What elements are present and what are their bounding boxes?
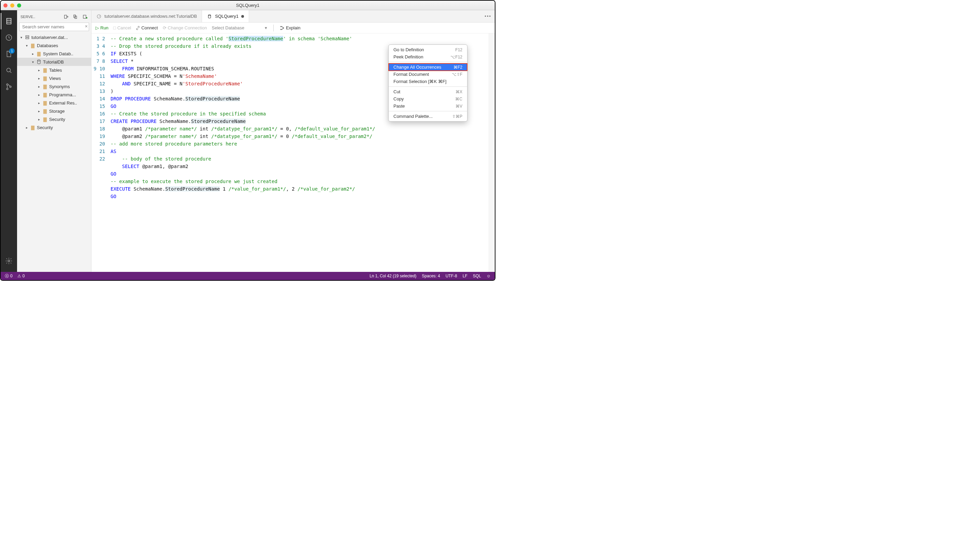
cm-format-selection[interactable]: Format Selection [⌘K ⌘F] — [389, 78, 467, 85]
svg-point-22 — [280, 26, 281, 27]
stop-icon: □ — [113, 25, 116, 30]
feedback-icon[interactable]: ☺ — [487, 274, 491, 278]
tab-sqlquery-label: SQLQuery1 — [215, 14, 239, 19]
cm-goto-definition[interactable]: Go to Definition F12 — [389, 46, 467, 53]
tree-storage[interactable]: ▸ ▇ Storage — [17, 107, 91, 115]
servers-icon[interactable] — [1, 13, 17, 29]
cm-cut[interactable]: Cut ⌘X — [389, 88, 467, 95]
chevron-right-icon: ▸ — [37, 101, 41, 105]
change-connection-label: Change Connection — [168, 25, 207, 30]
server-action-icon[interactable] — [81, 13, 89, 21]
cm-format-document[interactable]: Format Document ⌥⇧F — [389, 71, 467, 78]
tree-security-outer-label: Security — [37, 125, 53, 130]
cm-copy[interactable]: Copy ⌘C — [389, 95, 467, 102]
window-title: SQLQuery1 — [1, 3, 495, 8]
svg-point-9 — [8, 260, 10, 262]
history-icon[interactable] — [1, 29, 17, 46]
svg-rect-18 — [25, 38, 29, 39]
new-group-icon[interactable] — [72, 13, 80, 21]
error-icon: ⓧ — [5, 273, 9, 279]
editor-area: tutorialserver.database.windows.net:Tuto… — [91, 10, 495, 272]
folder-icon: ▇ — [42, 117, 48, 122]
tree-security-inner-label: Security — [49, 117, 65, 122]
minimap[interactable] — [488, 34, 495, 272]
status-errors[interactable]: ⓧ 0 — [5, 273, 13, 279]
tree-security-outer[interactable]: ▸ ▇ Security — [17, 123, 91, 131]
explorer-badge: 1 — [9, 48, 15, 54]
chevron-down-icon: ▾ — [265, 25, 267, 30]
cm-command-palette[interactable]: Command Palette... ⇧⌘P — [389, 113, 467, 120]
server-search-input[interactable] — [19, 22, 89, 31]
chevron-right-icon: ▸ — [37, 109, 41, 113]
chevron-right-icon: ▸ — [31, 52, 35, 56]
server-icon — [25, 35, 30, 40]
tree-server[interactable]: ▾ tutorialserver.dat... — [17, 33, 91, 42]
close-window-button[interactable] — [3, 3, 8, 8]
status-cursor-position[interactable]: Ln 1, Col 42 (19 selected) — [369, 274, 416, 278]
folder-icon: ▇ — [36, 51, 41, 56]
cm-peek-definition[interactable]: Peek Definition ⌥F12 — [389, 53, 467, 61]
cm-change-all-occurrences[interactable]: Change All Occurrences ⌘F2 — [389, 64, 467, 71]
tree-security-inner[interactable]: ▸ ▇ Security — [17, 115, 91, 123]
status-warnings[interactable]: ⚠ 0 — [18, 274, 25, 278]
explain-label: Explain — [286, 25, 301, 30]
chevron-down-icon: ▾ — [19, 35, 23, 39]
status-encoding[interactable]: UTF-8 — [445, 274, 457, 278]
tree-views[interactable]: ▸ ▇ Views — [17, 74, 91, 82]
select-database-dropdown[interactable]: Select Database ▾ — [212, 25, 267, 30]
tab-sqlquery[interactable]: SQLQuery1 — [202, 10, 249, 22]
change-connection-icon: ⟳ — [163, 25, 167, 30]
tree-external-resources[interactable]: ▸ ▇ External Res.. — [17, 99, 91, 107]
status-bar: ⓧ 0 ⚠ 0 Ln 1, Col 42 (19 selected) Space… — [1, 272, 495, 280]
status-spaces[interactable]: Spaces: 4 — [422, 274, 440, 278]
tree-programmability[interactable]: ▸ ▇ Programma... — [17, 91, 91, 99]
tab-dashboard[interactable]: tutorialserver.database.windows.net:Tuto… — [91, 10, 202, 22]
select-db-label: Select Database — [212, 25, 244, 30]
clear-search-icon[interactable]: × — [85, 24, 88, 29]
cancel-label: Cancel — [118, 25, 131, 30]
svg-point-19 — [38, 60, 40, 61]
svg-point-16 — [86, 17, 88, 18]
folder-icon: ▇ — [42, 75, 48, 81]
context-menu: Go to Definition F12 Peek Definition ⌥F1… — [388, 45, 468, 121]
tree-tables[interactable]: ▸ ▇ Tables — [17, 66, 91, 74]
new-connection-icon[interactable] — [62, 13, 70, 21]
explorer-icon[interactable]: 1 — [1, 46, 17, 62]
folder-icon: ▇ — [42, 92, 48, 97]
dirty-indicator-icon — [241, 15, 244, 18]
run-label: Run — [100, 25, 108, 30]
svg-rect-10 — [65, 15, 67, 18]
server-tree: ▾ tutorialserver.dat... ▾ ▇ Databases ▸ … — [17, 33, 91, 272]
tree-synonyms-label: Synonyms — [49, 84, 70, 89]
chevron-right-icon: ▸ — [37, 85, 41, 88]
minimize-window-button[interactable] — [10, 3, 14, 8]
settings-icon[interactable] — [1, 253, 17, 269]
titlebar: SQLQuery1 — [1, 1, 495, 10]
tree-tutorialdb[interactable]: ▾ TutorialDB — [17, 58, 91, 66]
svg-rect-17 — [25, 35, 29, 37]
svg-point-6 — [6, 84, 8, 85]
explain-button[interactable]: Explain — [280, 25, 301, 30]
server-search[interactable]: × — [19, 22, 89, 31]
tree-storage-label: Storage — [49, 109, 65, 114]
chevron-down-icon: ▾ — [25, 44, 29, 48]
status-eol[interactable]: LF — [463, 274, 468, 278]
maximize-window-button[interactable] — [17, 3, 21, 8]
status-language[interactable]: SQL — [473, 274, 481, 278]
tree-databases[interactable]: ▾ ▇ Databases — [17, 42, 91, 49]
search-icon[interactable] — [1, 62, 17, 78]
tree-systemdb[interactable]: ▸ ▇ System Datab.. — [17, 49, 91, 58]
tree-synonyms[interactable]: ▸ ▇ Synonyms — [17, 82, 91, 91]
chevron-right-icon: ▸ — [37, 68, 41, 72]
folder-icon: ▇ — [30, 125, 35, 130]
run-button[interactable]: ▷ Run — [95, 25, 108, 30]
tree-systemdb-label: System Datab.. — [43, 51, 73, 56]
cm-paste[interactable]: Paste ⌘V — [389, 102, 467, 110]
tab-overflow-button[interactable]: ••• — [481, 14, 495, 19]
source-control-icon[interactable] — [1, 78, 17, 95]
cm-separator — [389, 86, 467, 87]
folder-icon: ▇ — [30, 43, 35, 48]
connect-button[interactable]: Connect — [136, 25, 158, 30]
folder-icon: ▇ — [42, 100, 48, 105]
tab-dashboard-label: tutorialserver.database.windows.net:Tuto… — [104, 14, 197, 19]
